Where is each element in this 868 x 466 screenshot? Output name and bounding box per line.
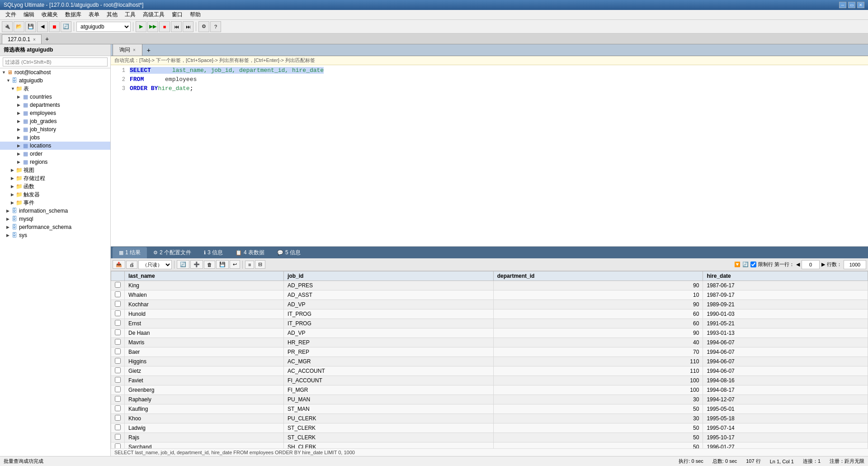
tree-db-mysql[interactable]: ▶ 🗄 mysql [0, 215, 110, 223]
readonly-select[interactable]: （只读） [138, 260, 172, 269]
tree-table-regions[interactable]: ▶ ▦ regions [0, 158, 110, 166]
col-last-name[interactable]: last_name [125, 271, 284, 281]
functions-expand-icon[interactable]: ▶ [11, 184, 15, 189]
locations-expand-icon[interactable]: ▶ [17, 143, 22, 148]
menu-database[interactable]: 数据库 [61, 10, 85, 19]
result-row-layout-button[interactable]: ⊟ [255, 260, 265, 269]
table-row[interactable]: HigginsAC_MGR1101994-06-07 [111, 357, 868, 366]
back-button[interactable]: ◀ [37, 21, 48, 32]
first-row-input[interactable] [802, 260, 820, 269]
add-query-tab-button[interactable]: + [142, 45, 155, 56]
tree-table-jobs[interactable]: ▶ ▦ jobs [0, 133, 110, 142]
sql-editor[interactable]: 1 SELECT last_name, job_id, department_i… [111, 65, 868, 247]
query-tab-main[interactable]: 询问 × [113, 44, 142, 56]
menu-table[interactable]: 表单 [85, 10, 103, 19]
menu-edit[interactable]: 编辑 [20, 10, 38, 19]
stop-query-button[interactable]: ■ [159, 21, 170, 32]
tree-server-item[interactable]: ▼ 🖥 root@localhost [0, 68, 110, 76]
menu-file[interactable]: 文件 [2, 10, 20, 19]
result-tab-info[interactable]: ℹ 3 信息 [198, 247, 229, 258]
tree-table-job-grades[interactable]: ▶ ▦ job_grades [0, 117, 110, 125]
row-checkbox[interactable] [115, 405, 121, 411]
table-row[interactable]: GreenbergFI_MGR1001994-08-17 [111, 385, 868, 395]
row-checkbox[interactable] [115, 320, 121, 326]
save-button[interactable]: 💾 [25, 21, 36, 32]
execute-all-button[interactable]: ▶▶ [147, 21, 158, 32]
nav-next-icon[interactable]: ▶ [821, 262, 825, 267]
job-history-expand-icon[interactable]: ▶ [17, 127, 22, 132]
row-checkbox[interactable] [115, 339, 121, 345]
table-row[interactable]: MavrisHR_REP401994-06-07 [111, 338, 868, 347]
result-print-button[interactable]: 🖨 [126, 261, 137, 269]
row-checkbox[interactable] [115, 386, 121, 392]
table-row[interactable]: FavietFI_ACCOUNT1001994-08-16 [111, 376, 868, 385]
row-checkbox[interactable] [115, 424, 121, 430]
result-tab-profiles[interactable]: ⚙ 2 个配置文件 [147, 247, 198, 258]
table-row[interactable]: GietzAC_ACCOUNT1101994-06-07 [111, 366, 868, 376]
tables-expand-icon[interactable]: ▼ [11, 86, 15, 91]
row-checkbox[interactable] [115, 348, 121, 354]
limit-checkbox[interactable] [750, 262, 756, 267]
stop-button[interactable]: ⏹ [49, 21, 60, 32]
format-button[interactable]: ⚙ [198, 21, 209, 32]
tree-group-views[interactable]: ▶ 📁 视图 [0, 166, 110, 174]
job-grades-expand-icon[interactable]: ▶ [17, 119, 22, 124]
table-row[interactable]: HunoldIT_PROG601990-01-03 [111, 309, 868, 319]
perf-schema-expand-icon[interactable]: ▶ [6, 225, 11, 229]
row-checkbox[interactable] [115, 310, 121, 316]
procedures-expand-icon[interactable]: ▶ [11, 176, 15, 181]
close-button[interactable]: ✕ [857, 2, 864, 8]
col-department-id[interactable]: department_id [493, 271, 703, 281]
row-checkbox[interactable] [115, 434, 121, 440]
row-checkbox[interactable] [115, 301, 121, 307]
next-button[interactable]: ⏭ [183, 21, 193, 32]
row-count-input[interactable] [844, 260, 866, 269]
result-col-layout-button[interactable]: ≡ [245, 261, 254, 269]
tree-group-functions[interactable]: ▶ 📁 函数 [0, 182, 110, 190]
triggers-expand-icon[interactable]: ▶ [11, 192, 15, 197]
execute-button[interactable]: ▶ [136, 21, 146, 32]
tree-group-procedures[interactable]: ▶ 📁 存储过程 [0, 174, 110, 182]
tree-group-triggers[interactable]: ▶ 📁 触发器 [0, 190, 110, 199]
tree-db-information-schema[interactable]: ▶ 🗄 information_schema [0, 207, 110, 215]
tree-group-events[interactable]: ▶ 📁 事件 [0, 199, 110, 207]
tree-db-sys[interactable]: ▶ 🗄 sys [0, 231, 110, 239]
result-save-button[interactable]: 💾 [216, 260, 229, 269]
row-checkbox[interactable] [115, 291, 121, 297]
events-expand-icon[interactable]: ▶ [11, 200, 15, 205]
tree-table-departments[interactable]: ▶ ▦ departments [0, 101, 110, 109]
tree-group-tables[interactable]: ▼ 📁 表 [0, 85, 110, 93]
table-row[interactable]: KochharAD_VP901989-09-21 [111, 300, 868, 309]
info-schema-expand-icon[interactable]: ▶ [6, 209, 11, 213]
result-tab-tabledata[interactable]: 📋 4 表数据 [229, 247, 271, 258]
menu-other[interactable]: 其他 [103, 10, 121, 19]
db-select[interactable]: atguigudb [76, 22, 131, 32]
table-row[interactable]: BaerPR_REP701994-06-07 [111, 347, 868, 357]
row-checkbox[interactable] [115, 396, 121, 402]
departments-expand-icon[interactable]: ▶ [17, 103, 22, 107]
row-checkbox[interactable] [115, 443, 121, 448]
result-delete-row-button[interactable]: 🗑 [204, 261, 215, 269]
menu-window[interactable]: 窗口 [168, 10, 186, 19]
result-undo-button[interactable]: ↩ [230, 260, 240, 269]
employees-expand-icon[interactable]: ▶ [17, 111, 22, 115]
order-expand-icon[interactable]: ▶ [17, 152, 22, 156]
row-checkbox[interactable] [115, 282, 121, 288]
table-row[interactable]: KauflingST_MAN501995-05-01 [111, 404, 868, 414]
views-expand-icon[interactable]: ▶ [11, 168, 15, 172]
refresh-button[interactable]: 🔄 [61, 21, 71, 32]
table-row[interactable]: De HaanAD_VP901993-01-13 [111, 328, 868, 338]
restore-button[interactable]: ▭ [848, 2, 855, 8]
regions-expand-icon[interactable]: ▶ [17, 160, 22, 164]
new-connection-button[interactable]: 🔌 [2, 21, 13, 32]
table-row[interactable]: KingAD_PRES901987-06-17 [111, 281, 868, 290]
row-checkbox[interactable] [115, 358, 121, 364]
tree-table-locations[interactable]: ▶ ▦ locations [0, 142, 110, 150]
connection-tab-close[interactable]: × [33, 37, 36, 42]
result-add-row-button[interactable]: ➕ [190, 260, 203, 269]
tree-db-atguigudb[interactable]: ▼ 🗄 atguigudb [0, 76, 110, 85]
countries-expand-icon[interactable]: ▶ [17, 95, 22, 99]
minimize-button[interactable]: ─ [839, 2, 846, 8]
row-checkbox[interactable] [115, 377, 121, 383]
table-row[interactable]: RaphaelyPU_MAN301994-12-07 [111, 395, 868, 404]
